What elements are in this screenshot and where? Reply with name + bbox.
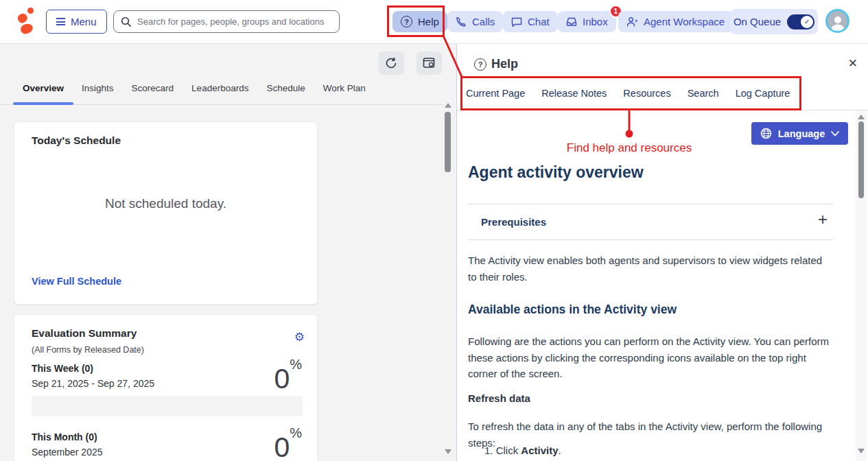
chat-button-label: Chat <box>528 16 550 27</box>
help-tab-resources[interactable]: Resources <box>623 88 670 99</box>
article-intro-paragraph: The Activity view enables both agents an… <box>468 252 833 285</box>
inbox-icon <box>566 16 577 27</box>
activity-panel: Overview Insights Scorecard Leaderboards… <box>0 44 456 461</box>
card-title: Today's Schedule <box>32 134 121 147</box>
inbox-button[interactable]: Inbox 1 <box>558 11 616 32</box>
view-full-schedule-link[interactable]: View Full Schedule <box>32 276 121 287</box>
step-list-item: 1. Click Activity. <box>484 445 561 456</box>
on-queue-toggle[interactable]: ✓ <box>787 14 814 29</box>
prerequisites-label: Prerequisites <box>481 216 546 228</box>
scrollbar-thumb[interactable] <box>445 112 451 172</box>
help-button[interactable]: ? Help <box>392 11 447 32</box>
month-range: September 2025 <box>32 447 103 458</box>
close-icon[interactable]: ✕ <box>848 56 858 71</box>
chevron-down-icon <box>831 131 839 137</box>
menu-button[interactable]: Menu <box>46 10 107 34</box>
tab-schedule[interactable]: Schedule <box>266 83 305 104</box>
step-period: . <box>559 445 561 456</box>
chat-button[interactable]: Chat <box>503 11 558 32</box>
month-percent-value: 0 <box>274 432 290 461</box>
card-title: Evaluation Summary <box>32 327 137 340</box>
week-percent: 0% <box>274 357 302 393</box>
phone-icon <box>456 16 467 27</box>
tab-insights[interactable]: Insights <box>82 83 114 104</box>
percent-sign: % <box>290 425 302 440</box>
app-window: Menu ? Help Calls Chat Inbox 1 Agent Wor… <box>0 0 868 461</box>
step-text: 1. Click <box>484 445 521 456</box>
help-tab-release-notes[interactable]: Release Notes <box>541 88 607 99</box>
week-label: This Week (0) <box>32 363 93 374</box>
top-navbar: Menu ? Help Calls Chat Inbox 1 Agent Wor… <box>0 0 868 44</box>
chat-icon <box>511 16 522 27</box>
tab-leaderboards[interactable]: Leaderboards <box>191 83 248 104</box>
week-percent-value: 0 <box>274 363 290 394</box>
prerequisites-accordion[interactable]: Prerequisites + <box>468 204 833 240</box>
on-queue-label: On Queue <box>734 16 781 27</box>
card-subtitle: (All Forms by Released Date) <box>32 345 144 355</box>
inbox-button-label: Inbox <box>583 16 608 27</box>
week-range: Sep 21, 2025 - Sep 27, 2025 <box>32 378 154 389</box>
refresh-icon <box>385 57 398 69</box>
menu-button-label: Menu <box>71 16 97 27</box>
help-panel: ? Help ✕ Current Page Release Notes Reso… <box>456 44 868 461</box>
article-title: Agent activity overview <box>468 163 644 182</box>
tab-work-plan[interactable]: Work Plan <box>323 83 366 104</box>
article-section-heading: Available actions in the Activity view <box>468 303 677 317</box>
tab-scorecard[interactable]: Scorecard <box>132 83 174 104</box>
expand-plus-icon[interactable]: + <box>818 210 828 229</box>
scrollbar-thumb[interactable] <box>858 121 864 198</box>
agent-workspace-button[interactable]: Agent Workspace <box>618 11 733 32</box>
empty-schedule-text: Not scheduled today. <box>14 196 317 211</box>
help-icon: ? <box>401 16 412 27</box>
help-button-label: Help <box>418 16 439 27</box>
calls-button[interactable]: Calls <box>447 11 503 32</box>
hamburger-icon <box>56 16 65 27</box>
percent-sign: % <box>290 357 302 372</box>
genesys-logo-icon <box>18 7 36 36</box>
help-panel-header: ? Help ✕ <box>457 44 868 77</box>
user-avatar[interactable] <box>825 9 849 33</box>
help-panel-title: Help <box>491 57 518 71</box>
agent-workspace-button-label: Agent Workspace <box>644 16 725 27</box>
article-section-paragraph: Following are the actions you can perfor… <box>468 333 833 382</box>
article-sub-heading: Refresh data <box>468 392 530 404</box>
language-button[interactable]: Language <box>751 122 848 145</box>
toggle-check-icon: ✓ <box>801 16 813 28</box>
activity-tab-bar: Overview Insights Scorecard Leaderboards… <box>0 83 444 105</box>
scroll-down-arrow[interactable] <box>858 449 865 453</box>
tab-overview[interactable]: Overview <box>23 83 64 104</box>
refresh-button[interactable] <box>379 51 404 75</box>
help-tab-current-page[interactable]: Current Page <box>466 88 525 99</box>
global-search[interactable] <box>113 10 340 33</box>
globe-icon <box>760 128 772 139</box>
calendar-settings-icon <box>423 57 436 69</box>
todays-schedule-card: Today's Schedule Not scheduled today. Vi… <box>14 121 318 305</box>
month-label: This Month (0) <box>32 432 97 442</box>
evaluation-summary-card: Evaluation Summary (All Forms by Release… <box>14 314 318 461</box>
search-input[interactable] <box>137 16 332 27</box>
scroll-up-arrow[interactable] <box>858 115 865 119</box>
week-progress-bar <box>32 396 303 416</box>
help-icon: ? <box>474 58 486 71</box>
on-queue-control: On Queue ✓ <box>730 9 818 34</box>
language-button-label: Language <box>778 128 825 139</box>
gear-icon[interactable]: ⚙ <box>294 330 305 344</box>
agent-workspace-icon <box>626 16 638 27</box>
help-tab-search[interactable]: Search <box>688 88 719 99</box>
person-icon <box>829 14 847 31</box>
step-bold-text: Activity <box>521 445 558 456</box>
calls-button-label: Calls <box>472 16 495 27</box>
scroll-down-arrow[interactable] <box>445 449 451 454</box>
scroll-up-arrow[interactable] <box>445 103 451 108</box>
help-tab-bar: Current Page Release Notes Resources Sea… <box>457 77 868 110</box>
help-tab-log-capture[interactable]: Log Capture <box>736 88 790 99</box>
month-percent: 0% <box>274 426 302 461</box>
schedule-preferences-button[interactable] <box>417 51 442 75</box>
search-icon <box>121 16 132 27</box>
